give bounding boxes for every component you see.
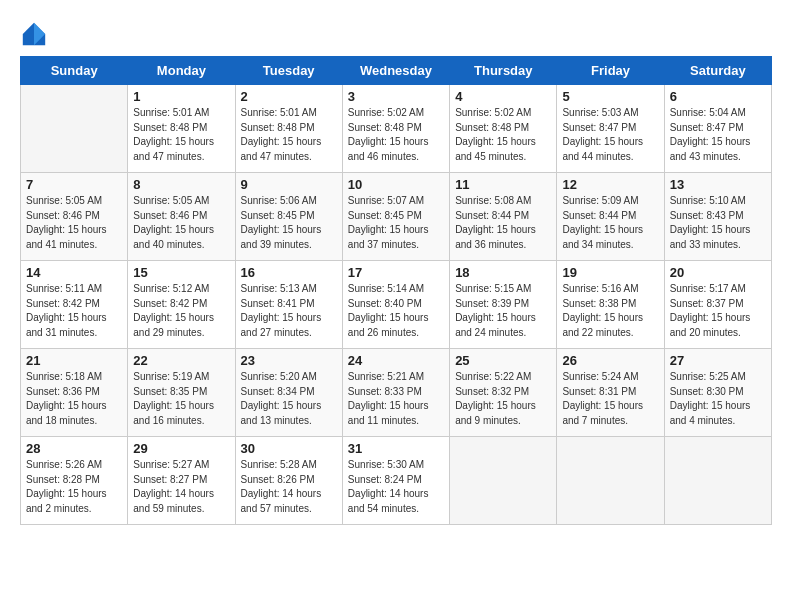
day-info: Sunrise: 5:10 AMSunset: 8:43 PMDaylight:… [670,194,766,252]
day-info: Sunrise: 5:11 AMSunset: 8:42 PMDaylight:… [26,282,122,340]
weekday-header-friday: Friday [557,57,664,85]
day-info: Sunrise: 5:24 AMSunset: 8:31 PMDaylight:… [562,370,658,428]
day-info: Sunrise: 5:30 AMSunset: 8:24 PMDaylight:… [348,458,444,516]
calendar-cell: 17Sunrise: 5:14 AMSunset: 8:40 PMDayligh… [342,261,449,349]
calendar-week-2: 7Sunrise: 5:05 AMSunset: 8:46 PMDaylight… [21,173,772,261]
calendar-cell: 8Sunrise: 5:05 AMSunset: 8:46 PMDaylight… [128,173,235,261]
day-number: 31 [348,441,444,456]
day-info: Sunrise: 5:22 AMSunset: 8:32 PMDaylight:… [455,370,551,428]
calendar-week-4: 21Sunrise: 5:18 AMSunset: 8:36 PMDayligh… [21,349,772,437]
day-number: 10 [348,177,444,192]
calendar-cell: 9Sunrise: 5:06 AMSunset: 8:45 PMDaylight… [235,173,342,261]
calendar-cell [21,85,128,173]
calendar-cell: 15Sunrise: 5:12 AMSunset: 8:42 PMDayligh… [128,261,235,349]
calendar-cell: 4Sunrise: 5:02 AMSunset: 8:48 PMDaylight… [450,85,557,173]
weekday-header-tuesday: Tuesday [235,57,342,85]
day-number: 3 [348,89,444,104]
calendar-cell: 30Sunrise: 5:28 AMSunset: 8:26 PMDayligh… [235,437,342,525]
calendar-cell: 28Sunrise: 5:26 AMSunset: 8:28 PMDayligh… [21,437,128,525]
day-info: Sunrise: 5:04 AMSunset: 8:47 PMDaylight:… [670,106,766,164]
day-number: 14 [26,265,122,280]
day-number: 29 [133,441,229,456]
day-number: 2 [241,89,337,104]
day-number: 8 [133,177,229,192]
day-info: Sunrise: 5:17 AMSunset: 8:37 PMDaylight:… [670,282,766,340]
weekday-header-thursday: Thursday [450,57,557,85]
day-info: Sunrise: 5:26 AMSunset: 8:28 PMDaylight:… [26,458,122,516]
day-info: Sunrise: 5:18 AMSunset: 8:36 PMDaylight:… [26,370,122,428]
day-number: 7 [26,177,122,192]
day-number: 17 [348,265,444,280]
day-info: Sunrise: 5:28 AMSunset: 8:26 PMDaylight:… [241,458,337,516]
day-number: 1 [133,89,229,104]
calendar-cell: 21Sunrise: 5:18 AMSunset: 8:36 PMDayligh… [21,349,128,437]
weekday-header-saturday: Saturday [664,57,771,85]
day-number: 25 [455,353,551,368]
calendar-cell: 14Sunrise: 5:11 AMSunset: 8:42 PMDayligh… [21,261,128,349]
day-number: 22 [133,353,229,368]
day-info: Sunrise: 5:02 AMSunset: 8:48 PMDaylight:… [455,106,551,164]
day-info: Sunrise: 5:05 AMSunset: 8:46 PMDaylight:… [26,194,122,252]
day-info: Sunrise: 5:19 AMSunset: 8:35 PMDaylight:… [133,370,229,428]
day-info: Sunrise: 5:06 AMSunset: 8:45 PMDaylight:… [241,194,337,252]
calendar-week-5: 28Sunrise: 5:26 AMSunset: 8:28 PMDayligh… [21,437,772,525]
calendar-cell: 13Sunrise: 5:10 AMSunset: 8:43 PMDayligh… [664,173,771,261]
day-number: 30 [241,441,337,456]
day-info: Sunrise: 5:07 AMSunset: 8:45 PMDaylight:… [348,194,444,252]
logo-icon [20,20,48,48]
day-info: Sunrise: 5:12 AMSunset: 8:42 PMDaylight:… [133,282,229,340]
day-info: Sunrise: 5:21 AMSunset: 8:33 PMDaylight:… [348,370,444,428]
calendar-cell: 22Sunrise: 5:19 AMSunset: 8:35 PMDayligh… [128,349,235,437]
day-info: Sunrise: 5:01 AMSunset: 8:48 PMDaylight:… [133,106,229,164]
calendar-table: SundayMondayTuesdayWednesdayThursdayFrid… [20,56,772,525]
calendar-cell: 1Sunrise: 5:01 AMSunset: 8:48 PMDaylight… [128,85,235,173]
calendar-cell: 29Sunrise: 5:27 AMSunset: 8:27 PMDayligh… [128,437,235,525]
calendar-cell: 24Sunrise: 5:21 AMSunset: 8:33 PMDayligh… [342,349,449,437]
calendar-cell: 20Sunrise: 5:17 AMSunset: 8:37 PMDayligh… [664,261,771,349]
weekday-header-monday: Monday [128,57,235,85]
calendar-cell: 7Sunrise: 5:05 AMSunset: 8:46 PMDaylight… [21,173,128,261]
day-number: 9 [241,177,337,192]
calendar-cell: 5Sunrise: 5:03 AMSunset: 8:47 PMDaylight… [557,85,664,173]
day-info: Sunrise: 5:05 AMSunset: 8:46 PMDaylight:… [133,194,229,252]
day-info: Sunrise: 5:09 AMSunset: 8:44 PMDaylight:… [562,194,658,252]
calendar-cell: 16Sunrise: 5:13 AMSunset: 8:41 PMDayligh… [235,261,342,349]
day-number: 21 [26,353,122,368]
day-number: 5 [562,89,658,104]
day-number: 15 [133,265,229,280]
day-number: 11 [455,177,551,192]
calendar-cell: 2Sunrise: 5:01 AMSunset: 8:48 PMDaylight… [235,85,342,173]
day-number: 28 [26,441,122,456]
calendar-cell: 18Sunrise: 5:15 AMSunset: 8:39 PMDayligh… [450,261,557,349]
calendar-cell: 27Sunrise: 5:25 AMSunset: 8:30 PMDayligh… [664,349,771,437]
calendar-cell: 19Sunrise: 5:16 AMSunset: 8:38 PMDayligh… [557,261,664,349]
day-number: 23 [241,353,337,368]
day-info: Sunrise: 5:15 AMSunset: 8:39 PMDaylight:… [455,282,551,340]
day-info: Sunrise: 5:20 AMSunset: 8:34 PMDaylight:… [241,370,337,428]
calendar-cell [664,437,771,525]
calendar-cell: 23Sunrise: 5:20 AMSunset: 8:34 PMDayligh… [235,349,342,437]
calendar-cell: 31Sunrise: 5:30 AMSunset: 8:24 PMDayligh… [342,437,449,525]
day-number: 4 [455,89,551,104]
calendar-cell: 12Sunrise: 5:09 AMSunset: 8:44 PMDayligh… [557,173,664,261]
day-number: 6 [670,89,766,104]
weekday-header-sunday: Sunday [21,57,128,85]
day-info: Sunrise: 5:08 AMSunset: 8:44 PMDaylight:… [455,194,551,252]
calendar-cell [450,437,557,525]
calendar-cell: 11Sunrise: 5:08 AMSunset: 8:44 PMDayligh… [450,173,557,261]
day-info: Sunrise: 5:27 AMSunset: 8:27 PMDaylight:… [133,458,229,516]
day-number: 20 [670,265,766,280]
calendar-cell: 6Sunrise: 5:04 AMSunset: 8:47 PMDaylight… [664,85,771,173]
day-info: Sunrise: 5:16 AMSunset: 8:38 PMDaylight:… [562,282,658,340]
day-number: 13 [670,177,766,192]
day-number: 12 [562,177,658,192]
day-info: Sunrise: 5:25 AMSunset: 8:30 PMDaylight:… [670,370,766,428]
day-number: 24 [348,353,444,368]
day-info: Sunrise: 5:03 AMSunset: 8:47 PMDaylight:… [562,106,658,164]
day-info: Sunrise: 5:13 AMSunset: 8:41 PMDaylight:… [241,282,337,340]
page-header [20,20,772,48]
calendar-week-3: 14Sunrise: 5:11 AMSunset: 8:42 PMDayligh… [21,261,772,349]
day-number: 18 [455,265,551,280]
day-info: Sunrise: 5:01 AMSunset: 8:48 PMDaylight:… [241,106,337,164]
day-number: 16 [241,265,337,280]
